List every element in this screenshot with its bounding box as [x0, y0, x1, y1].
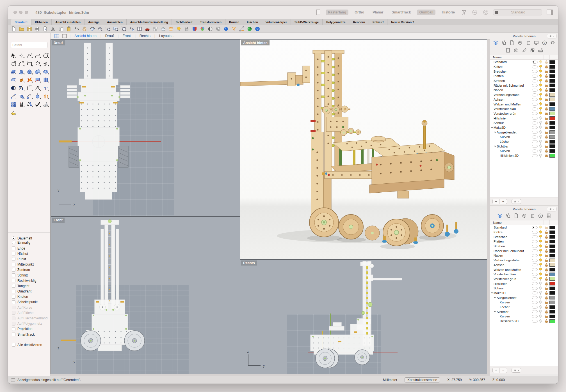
tool-ellipse[interactable]: [9, 59, 17, 68]
export-page-icon[interactable]: [42, 26, 49, 32]
menu-tab-neu-in-version-7[interactable]: Neu in Version 7: [387, 19, 418, 25]
remove-layer-button[interactable]: −: [500, 199, 507, 204]
remove-layer-button[interactable]: −: [500, 368, 507, 373]
hide-object-icon[interactable]: [175, 26, 182, 32]
page-panel-icon[interactable]: [513, 213, 519, 220]
layer-row-schnur[interactable]: Schnur: [490, 121, 558, 125]
layer-color-swatch[interactable]: [549, 259, 555, 262]
transparency-icon[interactable]: [152, 26, 159, 32]
layer-row-sichtbar[interactable]: Sichtbar: [490, 144, 558, 149]
rendered-sphere-icon[interactable]: [222, 26, 229, 32]
print-icon[interactable]: [34, 26, 41, 32]
tool-rectangle[interactable]: [25, 59, 33, 68]
layer-color-swatch[interactable]: [549, 277, 555, 281]
shaded-sphere-icon[interactable]: [207, 26, 214, 32]
layer-visibility-bulb-icon[interactable]: [538, 79, 544, 83]
notes-panel-icon[interactable]: [530, 213, 535, 220]
layer-row-hilfslinien[interactable]: Hilfslinien: [490, 281, 558, 286]
layer-row-löcher[interactable]: Löcher: [490, 305, 558, 310]
layer-row-standard[interactable]: Standard: [490, 60, 558, 64]
layer-color-swatch[interactable]: [549, 249, 555, 253]
render-pie-icon[interactable]: [246, 26, 253, 32]
layer-row-ausgeblendet[interactable]: Ausgeblendet: [490, 295, 558, 300]
current-layer-radio[interactable]: [532, 315, 538, 318]
layer-lock-icon[interactable]: [544, 79, 549, 83]
viewport-tab-rechts[interactable]: Rechts: [138, 34, 152, 38]
layer-color-swatch[interactable]: [549, 74, 555, 78]
notes-panel-icon[interactable]: [526, 40, 531, 47]
expand-chevron-icon[interactable]: [491, 126, 494, 129]
viewport-box-icon[interactable]: [315, 10, 321, 15]
layer-color-swatch[interactable]: [549, 263, 555, 267]
layer-lock-icon[interactable]: [544, 277, 549, 281]
checkbox[interactable]: [12, 268, 15, 272]
osnap-ende[interactable]: Ende: [12, 246, 50, 251]
layer-row-make2d[interactable]: Make2D: [490, 291, 558, 296]
layer-color-swatch[interactable]: [549, 116, 555, 120]
layer-color-swatch[interactable]: [549, 154, 555, 158]
tool-surface-points[interactable]: [9, 68, 17, 76]
rotate-view-icon[interactable]: [89, 26, 96, 32]
layer-lock-icon[interactable]: [544, 286, 549, 290]
tool-cplane-tool[interactable]: [9, 108, 17, 116]
osnap-tangent[interactable]: Tangent: [12, 283, 50, 289]
layer-lock-icon[interactable]: [544, 314, 549, 318]
expand-chevron-icon[interactable]: [494, 145, 497, 147]
layer-row-verbindungsstäbe[interactable]: Verbindungsstäbe: [490, 93, 558, 97]
help-panel-icon[interactable]: ?: [542, 40, 547, 47]
layer-row-kurven[interactable]: Kurven: [490, 149, 558, 153]
layer-color-swatch[interactable]: [549, 245, 555, 248]
layer-row-sichtbar[interactable]: Sichtbar: [490, 309, 558, 314]
layer-row-klötze[interactable]: Klötze: [490, 64, 558, 69]
layer-row-streben[interactable]: Streben: [490, 79, 558, 83]
layer-row-achsen[interactable]: Achsen: [490, 263, 558, 268]
checkbox[interactable]: [12, 252, 15, 255]
osnap-quadrant[interactable]: Quadrant: [12, 289, 50, 294]
checkbox[interactable]: [12, 273, 15, 277]
menu-tab-anzeige[interactable]: Anzeige: [85, 19, 103, 25]
viewport-rechts[interactable]: Rechts: [240, 259, 487, 374]
layer-visibility-bulb-icon[interactable]: [538, 130, 544, 134]
layer-color-swatch[interactable]: [549, 88, 555, 92]
tool-grid-array[interactable]: [9, 100, 17, 108]
new-file-icon[interactable]: [10, 26, 17, 32]
layer-row-kurven[interactable]: Kurven: [490, 314, 558, 319]
tool-shade-tool[interactable]: [42, 100, 50, 108]
layer-row-achsen[interactable]: Achsen: [490, 97, 558, 102]
tool-curve-boolean[interactable]: [9, 84, 17, 92]
radio[interactable]: [12, 236, 15, 240]
layer-row-hilfslinien[interactable]: Hilfslinien: [490, 116, 558, 121]
current-layer-radio[interactable]: [532, 273, 538, 276]
viewport-label[interactable]: Drauf: [52, 40, 65, 45]
cplane-disc-icon[interactable]: [159, 26, 166, 32]
layer-visibility-bulb-icon[interactable]: [538, 244, 544, 248]
layer-color-swatch[interactable]: [549, 301, 555, 304]
layer-row-brettchen[interactable]: Brettchen: [490, 69, 558, 74]
current-layer-radio[interactable]: [532, 240, 538, 243]
layer-row-vorstecker-blau[interactable]: Vorstecker blau: [490, 107, 558, 111]
tool-arc[interactable]: [17, 59, 25, 68]
layer-lock-icon[interactable]: [544, 60, 549, 64]
osnap-schnitt[interactable]: Schnitt: [12, 273, 50, 278]
layer-lock-icon[interactable]: [544, 88, 549, 92]
layer-color-swatch[interactable]: [549, 70, 555, 73]
camera-panel-icon[interactable]: [513, 48, 519, 54]
layer-visibility-bulb-icon[interactable]: [538, 125, 544, 130]
education-panel-icon[interactable]: [550, 40, 555, 47]
expand-chevron-icon[interactable]: [491, 292, 494, 294]
close-button[interactable]: [13, 11, 17, 14]
current-layer-radio[interactable]: [532, 61, 538, 64]
layer-lock-icon[interactable]: [544, 310, 549, 314]
menu-tab-kurven[interactable]: Kurven: [225, 19, 243, 25]
tool-split[interactable]: [42, 76, 50, 84]
layer-color-swatch[interactable]: [549, 282, 555, 285]
layer-visibility-bulb-icon[interactable]: [538, 319, 544, 323]
help-panel-icon[interactable]: ?: [538, 213, 543, 220]
tool-select[interactable]: [9, 51, 17, 59]
current-layer-radio[interactable]: [532, 131, 538, 134]
tool-mirror-tool[interactable]: [25, 100, 33, 108]
undo-icon[interactable]: [73, 26, 80, 32]
tool-helix[interactable]: [42, 59, 50, 68]
viewport-label[interactable]: Rechts: [241, 260, 257, 266]
current-layer-radio[interactable]: [532, 149, 538, 153]
